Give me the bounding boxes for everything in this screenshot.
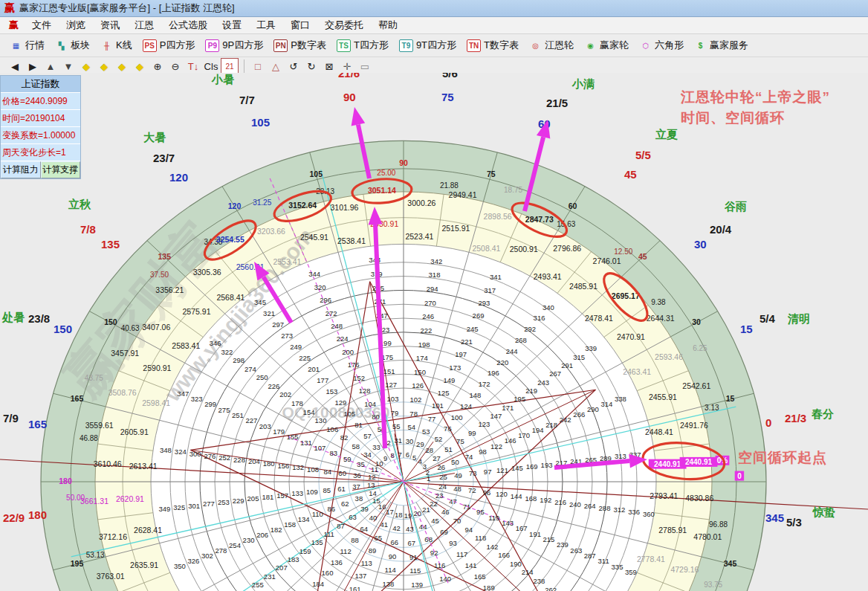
svg-text:2746.01: 2746.01 xyxy=(593,256,621,265)
tool-calendar-icon[interactable]: 21 xyxy=(221,58,239,74)
svg-text:3712.16: 3712.16 xyxy=(99,532,127,541)
window-title: 赢家江恩专业版[赢家服务平台] - [上证指数 江恩轮] xyxy=(19,1,235,15)
parameter-panel: 上证指数 价格=2440.9099时间=20190104变换系数=1.00000… xyxy=(0,75,81,179)
svg-text:3356.21: 3356.21 xyxy=(155,285,184,294)
svg-text:155: 155 xyxy=(287,433,299,441)
svg-text:273: 273 xyxy=(281,332,293,340)
gann-wheel-chart-area[interactable]: 赢家财富www.yingjia360.comQQ:100800360123456… xyxy=(0,73,868,591)
svg-text:2463.41: 2463.41 xyxy=(623,367,651,376)
svg-text:102: 102 xyxy=(410,395,422,404)
toolbar-button-p-square[interactable]: PSP四方形 xyxy=(137,37,201,54)
toolbar-button-p-number-table[interactable]: PNP数字表 xyxy=(268,37,331,54)
menu-item-9[interactable]: 帮助 xyxy=(371,17,405,33)
tool-diamond-down-icon[interactable]: ◆ xyxy=(132,59,148,74)
svg-text:3101.96: 3101.96 xyxy=(330,203,358,212)
menu-item-0[interactable]: 文件 xyxy=(25,17,59,33)
menu-item-2[interactable]: 资讯 xyxy=(93,17,127,33)
svg-text:201: 201 xyxy=(308,365,320,373)
svg-text:127: 127 xyxy=(385,381,397,389)
svg-text:179: 179 xyxy=(273,427,285,436)
svg-text:272: 272 xyxy=(326,309,337,317)
svg-text:221: 221 xyxy=(461,338,473,346)
svg-text:287: 287 xyxy=(584,552,596,560)
toolbar-button-winner-wheel[interactable]: ◉赢家轮 xyxy=(579,37,634,54)
gann-wheel-canvas[interactable]: 赢家财富www.yingjia360.comQQ:100800360123456… xyxy=(0,73,868,591)
toolbar-button-quotes[interactable]: ▦行情 xyxy=(4,37,50,54)
tool-center-fit-icon[interactable]: ✛ xyxy=(339,59,355,74)
tool-zoom-in-icon[interactable]: ⊕ xyxy=(149,59,166,74)
toolbar-button-sectors[interactable]: ▚板块 xyxy=(50,37,95,54)
svg-text:335: 335 xyxy=(612,563,624,571)
svg-text:23: 23 xyxy=(435,491,444,500)
quotes-label: 行情 xyxy=(25,39,45,52)
tool-rotate-up-icon[interactable]: ▲ xyxy=(42,59,59,74)
svg-text:318: 318 xyxy=(429,271,441,279)
toolbar-button-winner-service[interactable]: $赢家服务 xyxy=(689,37,754,54)
tool-diamond-left-icon[interactable]: ◆ xyxy=(78,59,94,74)
svg-text:204: 204 xyxy=(248,457,260,465)
tool-height-scale-icon[interactable]: T↓ xyxy=(185,59,201,74)
tool-square-tool-icon[interactable]: □ xyxy=(250,59,266,74)
svg-text:251: 251 xyxy=(232,411,244,419)
svg-text:176: 176 xyxy=(348,361,360,369)
toolbar-button-9t-square[interactable]: T99T四方形 xyxy=(394,37,461,54)
tool-rotate-cw-icon[interactable]: ↻ xyxy=(303,59,320,74)
calc-support-button[interactable]: 计算支撑 xyxy=(41,161,81,178)
svg-text:37: 37 xyxy=(352,482,360,491)
tool-triangle-tool-icon[interactable]: △ xyxy=(268,59,284,74)
menu-item-5[interactable]: 设置 xyxy=(215,17,249,33)
svg-text:34: 34 xyxy=(363,450,372,459)
outer-label-8: 21/5 xyxy=(546,97,568,109)
svg-text:207: 207 xyxy=(276,563,288,572)
outer-label-24: 345 xyxy=(765,511,784,524)
tool-rotate-ccw-icon[interactable]: ↺ xyxy=(285,59,302,74)
toolbar-button-t-number-table[interactable]: TNT数字表 xyxy=(461,37,524,54)
svg-text:2455.91: 2455.91 xyxy=(649,393,677,401)
svg-text:270: 270 xyxy=(424,299,436,307)
svg-text:302: 302 xyxy=(201,552,213,560)
toolbar-button-hexagon[interactable]: ⬡六角形 xyxy=(634,37,689,54)
gann-wheel-label: 江恩轮 xyxy=(545,39,574,52)
svg-text:347: 347 xyxy=(177,390,189,398)
svg-text:49: 49 xyxy=(454,471,462,479)
tool-back-icon[interactable]: ◀ xyxy=(7,59,23,74)
quotes-icon: ▦ xyxy=(10,40,22,51)
menu-item-3[interactable]: 江恩 xyxy=(127,17,161,33)
toolbar-button-kline[interactable]: ╫K线 xyxy=(95,37,137,54)
svg-text:9: 9 xyxy=(383,454,387,462)
winner-wheel-icon: ◉ xyxy=(584,40,597,51)
tool-delete-box-icon[interactable]: ⊠ xyxy=(321,59,337,74)
svg-text:151: 151 xyxy=(383,367,395,375)
svg-text:6.25: 6.25 xyxy=(693,344,707,352)
svg-text:189: 189 xyxy=(483,584,495,591)
tool-diamond-up-icon[interactable]: ◆ xyxy=(114,59,130,74)
tool-screen-icon[interactable]: ▭ xyxy=(357,59,373,74)
svg-text:12.50: 12.50 xyxy=(614,248,632,256)
calc-resistance-button[interactable]: 计算阻力 xyxy=(1,161,41,178)
menu-item-7[interactable]: 窗口 xyxy=(283,17,317,33)
svg-text:136: 136 xyxy=(331,558,343,566)
svg-text:38: 38 xyxy=(355,494,363,503)
menu-item-4[interactable]: 公式选股 xyxy=(161,17,215,33)
svg-text:2542.61: 2542.61 xyxy=(682,381,710,390)
tool-cls-icon[interactable]: Cls xyxy=(203,59,219,74)
tool-zoom-out-icon[interactable]: ⊖ xyxy=(167,59,184,74)
toolbar-button-9p-square[interactable]: P99P四方形 xyxy=(200,37,268,54)
svg-text:296: 296 xyxy=(320,296,331,304)
menu-bar: 赢 文件浏览资讯江恩公式选股设置工具窗口交易委托帮助 xyxy=(0,17,868,34)
app-logo-icon: 赢 xyxy=(4,1,15,15)
magenta-arrow-0 xyxy=(352,107,366,126)
annotation-headline-1: 江恩轮中轮“上帝之眼” xyxy=(681,88,830,107)
menu-item-6[interactable]: 工具 xyxy=(249,17,283,33)
tool-rotate-down-icon[interactable]: ▼ xyxy=(60,59,77,74)
svg-text:277: 277 xyxy=(203,500,215,508)
svg-text:115: 115 xyxy=(409,566,421,575)
toolbar-button-gann-wheel[interactable]: ◎江恩轮 xyxy=(524,37,579,54)
toolbar-button-t-square[interactable]: TST四方形 xyxy=(331,37,394,54)
menu-item-8[interactable]: 交易委托 xyxy=(317,17,371,33)
tool-diamond-right-icon[interactable]: ◆ xyxy=(96,59,112,74)
svg-text:349: 349 xyxy=(158,505,170,513)
menu-item-1[interactable]: 浏览 xyxy=(59,17,93,33)
tool-forward-icon[interactable]: ▶ xyxy=(25,59,41,74)
svg-text:2440.91: 2440.91 xyxy=(685,458,713,466)
